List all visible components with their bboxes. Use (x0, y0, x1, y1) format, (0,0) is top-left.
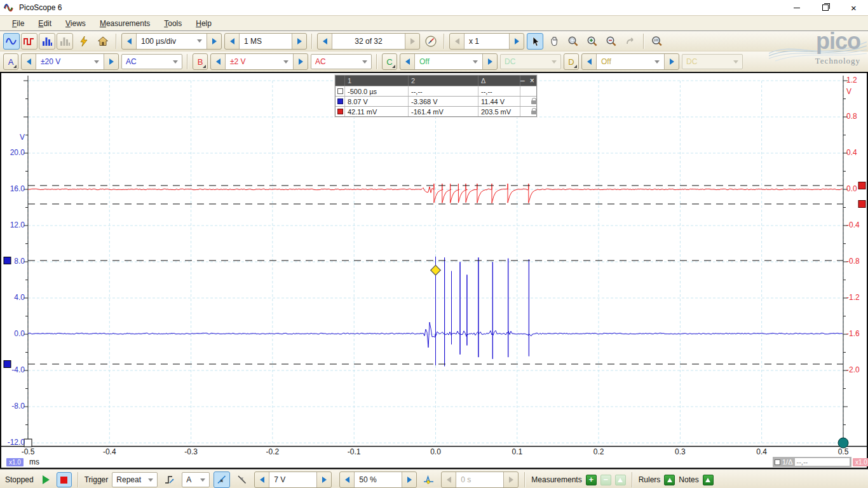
minimize-button[interactable] (782, 0, 811, 15)
overlay-minimize-button[interactable]: – (520, 77, 525, 85)
advanced-trigger-button[interactable] (161, 471, 178, 488)
menu-views[interactable]: Views (58, 17, 93, 30)
auto-setup-button[interactable] (76, 33, 92, 50)
menu-tools[interactable]: Tools (157, 17, 189, 30)
toolbar-separator (632, 472, 633, 487)
channel-toolbar: A ±20 V AC B ±2 V AC (0, 51, 868, 72)
inverse-delta-label: 1/Δ (782, 458, 793, 466)
hysteresis-up-button[interactable] (402, 472, 416, 487)
menu-file[interactable]: File (5, 17, 31, 30)
channel-a-range-select[interactable]: ±20 V (36, 54, 104, 69)
restore-icon (822, 4, 829, 11)
zoom-factor-field[interactable]: x 1 (464, 34, 510, 49)
trigger-level-up-button[interactable] (317, 472, 331, 487)
left-axis-tick-label: 0.0 (1, 329, 25, 338)
channel-b-ruler-1-value: 42.11 mV (344, 107, 408, 116)
time-ruler-handle-unused[interactable] (838, 438, 848, 448)
channel-d-range-prev[interactable] (582, 54, 596, 69)
scope-view-button[interactable] (3, 33, 20, 50)
channel-a-options-button[interactable]: A (3, 53, 18, 70)
buffer-field[interactable]: 32 of 32 (332, 34, 405, 49)
stop-button[interactable] (57, 472, 72, 487)
buffer-prev-button[interactable] (318, 34, 332, 49)
channel-d-range-select[interactable]: Off (596, 54, 665, 69)
channel-b-range-select[interactable]: ±2 V (225, 54, 294, 69)
trigger-mode-select[interactable]: Repeat (112, 472, 158, 487)
rising-edge-button[interactable] (214, 471, 230, 488)
zoom-next-button[interactable] (510, 34, 524, 49)
menu-measurements[interactable]: Measurements (93, 17, 157, 30)
delay-down-button[interactable] (442, 472, 456, 487)
hysteresis-down-button[interactable] (340, 472, 354, 487)
channel-c-options-button[interactable]: C (382, 53, 397, 70)
home-settings-button[interactable] (95, 33, 111, 50)
stop-icon (60, 477, 67, 484)
trigger-label: Trigger (85, 475, 109, 484)
x-axis-unit: ms (29, 458, 39, 466)
timebase-control: 100 µs/div (121, 33, 222, 50)
buffer-overview-button[interactable] (423, 33, 439, 50)
channel-d-range-next[interactable] (665, 54, 679, 69)
hysteresis-field[interactable]: 50 % (354, 472, 402, 487)
trigger-marker-button[interactable] (421, 471, 437, 488)
notes-panel-button[interactable] (703, 475, 714, 485)
channel-b-coupling-select[interactable]: AC (311, 54, 372, 69)
channel-a-range-prev[interactable] (22, 54, 36, 69)
menu-help[interactable]: Help (189, 17, 219, 30)
zoom-100-button[interactable]: 100 (649, 33, 665, 50)
trigger-hysteresis-control: 50 % (339, 471, 417, 488)
x-axis-tick-label: -0.4 (95, 447, 123, 456)
inverse-delta-checkbox[interactable] (775, 459, 780, 465)
ruler-measurement-overlay[interactable]: 1 2 Δ – × -500.0 µs --,-- --,-- 8.07 V -… (335, 75, 537, 117)
samples-prev-button[interactable] (225, 34, 239, 49)
trigger-level-down-button[interactable] (255, 472, 269, 487)
magnifier-marquee-icon (567, 36, 579, 47)
zoom-marquee-button[interactable] (565, 33, 581, 50)
channel-b-ruler-handle[interactable] (858, 182, 865, 189)
channel-b-ruler-delta-value: 203.5 mV (478, 107, 520, 116)
channel-a-range-next[interactable] (104, 54, 118, 69)
close-button[interactable]: × (839, 0, 868, 15)
hand-tool-button[interactable] (546, 33, 562, 50)
menu-edit[interactable]: Edit (31, 17, 58, 30)
buffer-next-button[interactable] (405, 34, 419, 49)
falling-edge-button[interactable] (234, 471, 250, 488)
rulers-panel-button[interactable] (664, 475, 675, 485)
delay-up-button[interactable] (504, 472, 518, 487)
channel-c-range-select[interactable]: Off (414, 54, 483, 69)
pointer-tool-button[interactable] (527, 33, 543, 50)
channel-d-range-control: Off (581, 53, 679, 70)
zoom-in-icon (587, 36, 598, 47)
samples-field[interactable]: 1 MS (239, 34, 292, 49)
spectrum-view-button[interactable] (39, 33, 55, 50)
channel-c-range-prev[interactable] (400, 54, 414, 69)
channel-b-options-button[interactable]: B (193, 53, 208, 70)
restore-button[interactable] (811, 0, 839, 15)
timebase-prev-button[interactable] (122, 34, 136, 49)
persistence-view-button[interactable] (21, 33, 37, 50)
trigger-marker-diamond[interactable] (431, 265, 441, 275)
channel-d-options-button[interactable]: D (564, 53, 579, 70)
trigger-mode-value: Repeat (116, 475, 141, 484)
x-scale-badge: x1.0 (6, 458, 24, 466)
trigger-source-select[interactable]: A (182, 472, 210, 487)
overlay-close-button[interactable]: × (530, 77, 534, 85)
trigger-level-field[interactable]: 7 V (269, 472, 317, 487)
timebase-select[interactable]: 100 µs/div (136, 34, 207, 49)
timebase-next-button[interactable] (207, 34, 221, 49)
channel-b-range-next[interactable] (294, 54, 308, 69)
add-measurement-button[interactable]: + (586, 475, 597, 485)
time-ruler-handle[interactable] (24, 439, 32, 447)
channel-b-coupling-value: AC (315, 57, 326, 66)
samples-next-button[interactable] (292, 34, 306, 49)
zoom-in-button[interactable] (584, 33, 600, 50)
lock-icon[interactable] (531, 100, 537, 104)
channel-c-range-next[interactable] (483, 54, 497, 69)
zoom-prev-button[interactable] (450, 34, 464, 49)
channel-a-coupling-select[interactable]: AC (121, 54, 182, 69)
zoom-out-button[interactable] (603, 33, 620, 50)
lock-icon[interactable] (531, 111, 537, 114)
channel-b-range-prev[interactable] (211, 54, 225, 69)
channel-b-ruler-handle[interactable] (858, 200, 865, 207)
run-button[interactable] (40, 473, 53, 487)
